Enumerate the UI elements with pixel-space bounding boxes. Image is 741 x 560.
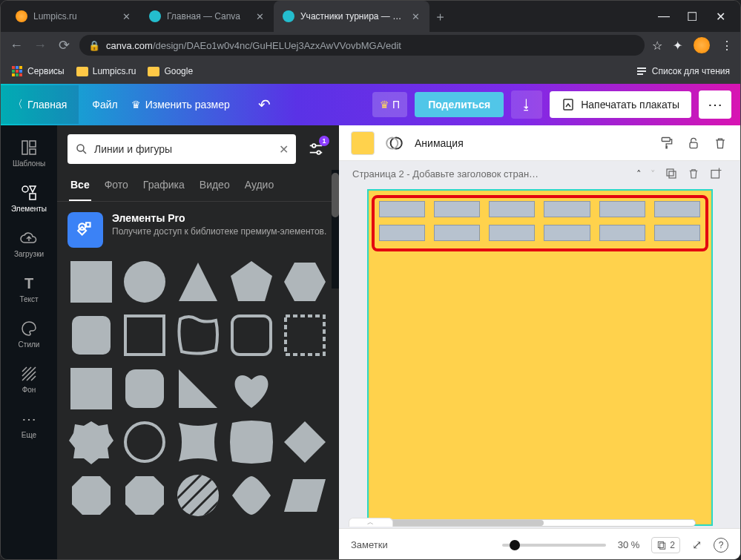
scrollbar-thumb[interactable] bbox=[332, 173, 339, 217]
shape-square-2[interactable] bbox=[67, 365, 115, 412]
close-icon[interactable]: ✕ bbox=[254, 11, 265, 22]
close-icon[interactable]: ✕ bbox=[410, 11, 421, 22]
file-menu[interactable]: Файл bbox=[92, 99, 117, 111]
shape-rounded-square[interactable] bbox=[67, 312, 115, 359]
tab-audio[interactable]: Аудио bbox=[243, 173, 276, 201]
reload-button[interactable]: ⟳ bbox=[56, 37, 72, 53]
trash-icon[interactable] bbox=[687, 167, 700, 180]
rail-uploads[interactable]: Загрузки bbox=[4, 223, 54, 264]
shape-tv[interactable] bbox=[174, 418, 222, 466]
new-tab-button[interactable]: ＋ bbox=[429, 1, 450, 32]
apps-shortcut[interactable]: Сервисы bbox=[11, 65, 65, 77]
extensions-icon[interactable]: ✦ bbox=[673, 39, 682, 53]
shape-octagon-2[interactable] bbox=[121, 472, 168, 519]
notes-button[interactable]: Заметки bbox=[351, 539, 388, 550]
tab-all[interactable]: Все bbox=[69, 173, 91, 201]
panel-scrollbar[interactable] bbox=[332, 170, 339, 289]
animate-label[interactable]: Анимация bbox=[415, 137, 464, 149]
share-button[interactable]: Поделиться bbox=[415, 92, 504, 117]
zoom-slider[interactable] bbox=[502, 544, 606, 547]
shape-diamond[interactable] bbox=[281, 418, 329, 466]
download-button[interactable]: ⭳ bbox=[511, 90, 542, 119]
shape-circle[interactable] bbox=[121, 258, 168, 306]
premium-badge[interactable]: ♛ П bbox=[372, 92, 407, 117]
slider-knob[interactable] bbox=[510, 540, 520, 550]
search-box[interactable]: ✕ bbox=[67, 134, 296, 164]
star-icon[interactable]: ☆ bbox=[652, 39, 662, 53]
reading-list[interactable]: Список для чтения bbox=[636, 65, 730, 77]
shape-right-triangle[interactable] bbox=[174, 365, 222, 412]
shape-hexagon[interactable] bbox=[281, 258, 329, 306]
shape-triangle[interactable] bbox=[174, 258, 222, 306]
lock-icon[interactable] bbox=[685, 136, 702, 151]
browser-tab[interactable]: Участники турнира — Плакат ✕ bbox=[274, 1, 429, 32]
rail-templates[interactable]: Шаблоны bbox=[4, 133, 54, 174]
clear-icon[interactable]: ✕ bbox=[279, 142, 289, 157]
rail-styles[interactable]: Стили bbox=[4, 314, 54, 355]
print-button[interactable]: Напечатать плакаты bbox=[550, 91, 691, 118]
chevron-up-icon[interactable]: ˄ bbox=[636, 168, 642, 179]
shape-square-outline[interactable] bbox=[121, 312, 168, 359]
trash-icon[interactable] bbox=[712, 136, 728, 151]
canvas-viewport[interactable] bbox=[339, 185, 740, 528]
url-input[interactable]: 🔒 canva.com/design/DAEo1w0v4nc/GuHELUej3… bbox=[79, 35, 645, 56]
shape-circle-outline[interactable] bbox=[121, 418, 168, 466]
svg-point-33 bbox=[125, 423, 164, 461]
bookmark-folder[interactable]: Lumpics.ru bbox=[76, 66, 136, 76]
shape-parallelogram[interactable] bbox=[281, 472, 329, 519]
expand-handle[interactable]: ︿ bbox=[349, 518, 393, 527]
shape-badge[interactable] bbox=[67, 418, 115, 466]
shape-octagon[interactable] bbox=[67, 472, 115, 519]
chevron-down-icon[interactable]: ˅ bbox=[651, 168, 656, 179]
shape-square[interactable] bbox=[67, 258, 115, 306]
page-title[interactable]: Страница 2 - Добавьте заголовок стран… bbox=[352, 168, 539, 179]
tab-photo[interactable]: Фото bbox=[103, 173, 130, 201]
shape-heart[interactable] bbox=[228, 365, 275, 412]
close-window-icon[interactable]: ✕ bbox=[715, 10, 725, 24]
page-canvas[interactable] bbox=[367, 189, 713, 526]
shape-rounded-diamond[interactable] bbox=[228, 472, 275, 519]
back-button[interactable]: ← bbox=[8, 38, 24, 53]
maximize-icon[interactable]: ☐ bbox=[687, 10, 697, 24]
bookmark-folder[interactable]: Google bbox=[148, 66, 193, 76]
rail-background[interactable]: Фон bbox=[4, 359, 54, 400]
shape-scribble-square[interactable] bbox=[174, 312, 222, 359]
shape-cushion[interactable] bbox=[228, 418, 275, 466]
shape-rounded-square-2[interactable] bbox=[121, 365, 168, 412]
minimize-icon[interactable]: — bbox=[659, 10, 669, 24]
duplicate-icon[interactable] bbox=[665, 167, 678, 180]
paint-roller-icon[interactable] bbox=[659, 136, 675, 151]
resize-menu[interactable]: ♛ Изменить размер bbox=[131, 99, 230, 111]
help-icon[interactable]: ? bbox=[714, 538, 728, 553]
tab-video[interactable]: Видео bbox=[198, 173, 231, 201]
forward-button[interactable]: → bbox=[32, 38, 48, 53]
close-icon[interactable]: ✕ bbox=[121, 11, 131, 22]
svg-rect-17 bbox=[30, 194, 36, 200]
undo-button[interactable]: ↶ bbox=[258, 96, 271, 113]
horizontal-scrollbar[interactable] bbox=[358, 518, 696, 528]
shape-hatched-circle[interactable] bbox=[174, 472, 222, 519]
filter-button[interactable]: 1 bbox=[303, 136, 329, 162]
more-button[interactable]: ⋯ bbox=[699, 90, 731, 119]
fullscreen-icon[interactable]: ⤢ bbox=[692, 538, 702, 552]
browser-tab[interactable]: Lumpics.ru ✕ bbox=[7, 1, 140, 32]
menu-icon[interactable]: ⋮ bbox=[721, 39, 733, 53]
rail-more[interactable]: ⋯ Еще bbox=[4, 404, 54, 445]
add-page-icon[interactable] bbox=[709, 167, 722, 180]
page-count[interactable]: 2 bbox=[651, 537, 680, 553]
rail-text[interactable]: T Текст bbox=[4, 269, 54, 309]
tab-graphics[interactable]: Графика bbox=[142, 173, 186, 201]
home-button[interactable]: 〈 Главная bbox=[1, 85, 79, 124]
search-input[interactable] bbox=[94, 143, 273, 155]
rail-elements[interactable]: Элементы bbox=[4, 178, 54, 219]
shape-rounded-outline[interactable] bbox=[228, 312, 275, 359]
crown-icon: ♛ bbox=[380, 99, 389, 111]
browser-tab[interactable]: Главная — Canva ✕ bbox=[140, 1, 274, 32]
shape-dashed-square[interactable] bbox=[281, 312, 329, 359]
fill-color-chip[interactable] bbox=[351, 131, 375, 155]
zoom-value[interactable]: 30 % bbox=[618, 539, 640, 550]
apps-label: Сервисы bbox=[27, 66, 65, 76]
shape-pentagon[interactable] bbox=[228, 258, 275, 306]
profile-avatar[interactable] bbox=[693, 36, 711, 54]
pro-promo[interactable]: Элементы Pro Получите доступ к библиотек… bbox=[67, 212, 329, 248]
